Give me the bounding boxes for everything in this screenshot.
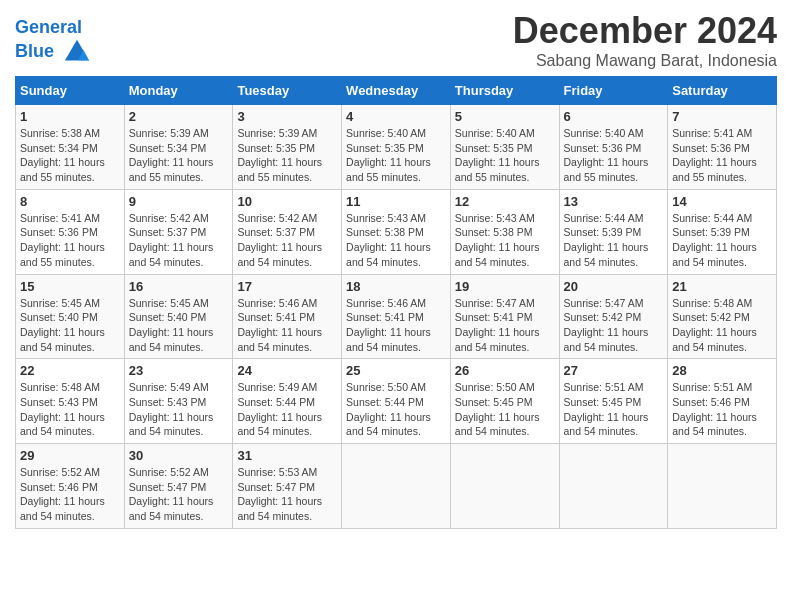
calendar-day-11: 11Sunrise: 5:43 AM Sunset: 5:38 PM Dayli… [342, 189, 451, 274]
day-number: 13 [564, 194, 664, 209]
weekday-header-tuesday: Tuesday [233, 77, 342, 105]
day-number: 6 [564, 109, 664, 124]
day-detail: Sunrise: 5:48 AM Sunset: 5:43 PM Dayligh… [20, 380, 120, 439]
day-detail: Sunrise: 5:51 AM Sunset: 5:45 PM Dayligh… [564, 380, 664, 439]
empty-cell [450, 444, 559, 529]
day-number: 27 [564, 363, 664, 378]
calendar-week-4: 22Sunrise: 5:48 AM Sunset: 5:43 PM Dayli… [16, 359, 777, 444]
day-detail: Sunrise: 5:38 AM Sunset: 5:34 PM Dayligh… [20, 126, 120, 185]
day-number: 5 [455, 109, 555, 124]
day-detail: Sunrise: 5:49 AM Sunset: 5:44 PM Dayligh… [237, 380, 337, 439]
calendar-header: General Blue December 2024 Sabang Mawang… [15, 10, 777, 70]
day-number: 9 [129, 194, 229, 209]
calendar-day-20: 20Sunrise: 5:47 AM Sunset: 5:42 PM Dayli… [559, 274, 668, 359]
day-number: 23 [129, 363, 229, 378]
day-detail: Sunrise: 5:46 AM Sunset: 5:41 PM Dayligh… [346, 296, 446, 355]
month-title: December 2024 [513, 10, 777, 52]
calendar-table: SundayMondayTuesdayWednesdayThursdayFrid… [15, 76, 777, 529]
calendar-day-16: 16Sunrise: 5:45 AM Sunset: 5:40 PM Dayli… [124, 274, 233, 359]
calendar-day-8: 8Sunrise: 5:41 AM Sunset: 5:36 PM Daylig… [16, 189, 125, 274]
day-number: 20 [564, 279, 664, 294]
day-number: 11 [346, 194, 446, 209]
day-detail: Sunrise: 5:39 AM Sunset: 5:35 PM Dayligh… [237, 126, 337, 185]
calendar-day-25: 25Sunrise: 5:50 AM Sunset: 5:44 PM Dayli… [342, 359, 451, 444]
calendar-day-3: 3Sunrise: 5:39 AM Sunset: 5:35 PM Daylig… [233, 105, 342, 190]
calendar-day-6: 6Sunrise: 5:40 AM Sunset: 5:36 PM Daylig… [559, 105, 668, 190]
calendar-day-23: 23Sunrise: 5:49 AM Sunset: 5:43 PM Dayli… [124, 359, 233, 444]
calendar-day-24: 24Sunrise: 5:49 AM Sunset: 5:44 PM Dayli… [233, 359, 342, 444]
day-detail: Sunrise: 5:44 AM Sunset: 5:39 PM Dayligh… [564, 211, 664, 270]
calendar-day-19: 19Sunrise: 5:47 AM Sunset: 5:41 PM Dayli… [450, 274, 559, 359]
day-number: 3 [237, 109, 337, 124]
day-detail: Sunrise: 5:45 AM Sunset: 5:40 PM Dayligh… [129, 296, 229, 355]
day-detail: Sunrise: 5:49 AM Sunset: 5:43 PM Dayligh… [129, 380, 229, 439]
calendar-day-9: 9Sunrise: 5:42 AM Sunset: 5:37 PM Daylig… [124, 189, 233, 274]
empty-cell [342, 444, 451, 529]
calendar-day-5: 5Sunrise: 5:40 AM Sunset: 5:35 PM Daylig… [450, 105, 559, 190]
day-number: 26 [455, 363, 555, 378]
day-number: 10 [237, 194, 337, 209]
calendar-day-18: 18Sunrise: 5:46 AM Sunset: 5:41 PM Dayli… [342, 274, 451, 359]
calendar-week-1: 1Sunrise: 5:38 AM Sunset: 5:34 PM Daylig… [16, 105, 777, 190]
weekday-header-sunday: Sunday [16, 77, 125, 105]
empty-cell [668, 444, 777, 529]
calendar-day-15: 15Sunrise: 5:45 AM Sunset: 5:40 PM Dayli… [16, 274, 125, 359]
calendar-day-26: 26Sunrise: 5:50 AM Sunset: 5:45 PM Dayli… [450, 359, 559, 444]
weekday-header-thursday: Thursday [450, 77, 559, 105]
day-detail: Sunrise: 5:45 AM Sunset: 5:40 PM Dayligh… [20, 296, 120, 355]
day-detail: Sunrise: 5:40 AM Sunset: 5:36 PM Dayligh… [564, 126, 664, 185]
weekday-header-saturday: Saturday [668, 77, 777, 105]
day-detail: Sunrise: 5:52 AM Sunset: 5:47 PM Dayligh… [129, 465, 229, 524]
day-detail: Sunrise: 5:43 AM Sunset: 5:38 PM Dayligh… [346, 211, 446, 270]
day-number: 14 [672, 194, 772, 209]
day-number: 4 [346, 109, 446, 124]
calendar-day-10: 10Sunrise: 5:42 AM Sunset: 5:37 PM Dayli… [233, 189, 342, 274]
day-number: 18 [346, 279, 446, 294]
calendar-day-29: 29Sunrise: 5:52 AM Sunset: 5:46 PM Dayli… [16, 444, 125, 529]
calendar-day-30: 30Sunrise: 5:52 AM Sunset: 5:47 PM Dayli… [124, 444, 233, 529]
calendar-day-4: 4Sunrise: 5:40 AM Sunset: 5:35 PM Daylig… [342, 105, 451, 190]
calendar-day-17: 17Sunrise: 5:46 AM Sunset: 5:41 PM Dayli… [233, 274, 342, 359]
logo-text: General [15, 18, 91, 38]
day-detail: Sunrise: 5:51 AM Sunset: 5:46 PM Dayligh… [672, 380, 772, 439]
day-detail: Sunrise: 5:39 AM Sunset: 5:34 PM Dayligh… [129, 126, 229, 185]
day-detail: Sunrise: 5:47 AM Sunset: 5:42 PM Dayligh… [564, 296, 664, 355]
calendar-day-1: 1Sunrise: 5:38 AM Sunset: 5:34 PM Daylig… [16, 105, 125, 190]
empty-cell [559, 444, 668, 529]
day-detail: Sunrise: 5:41 AM Sunset: 5:36 PM Dayligh… [672, 126, 772, 185]
day-number: 28 [672, 363, 772, 378]
day-number: 19 [455, 279, 555, 294]
weekday-header-friday: Friday [559, 77, 668, 105]
day-detail: Sunrise: 5:52 AM Sunset: 5:46 PM Dayligh… [20, 465, 120, 524]
calendar-day-31: 31Sunrise: 5:53 AM Sunset: 5:47 PM Dayli… [233, 444, 342, 529]
calendar-day-12: 12Sunrise: 5:43 AM Sunset: 5:38 PM Dayli… [450, 189, 559, 274]
calendar-day-28: 28Sunrise: 5:51 AM Sunset: 5:46 PM Dayli… [668, 359, 777, 444]
day-detail: Sunrise: 5:41 AM Sunset: 5:36 PM Dayligh… [20, 211, 120, 270]
day-number: 12 [455, 194, 555, 209]
day-number: 8 [20, 194, 120, 209]
day-detail: Sunrise: 5:42 AM Sunset: 5:37 PM Dayligh… [129, 211, 229, 270]
day-detail: Sunrise: 5:50 AM Sunset: 5:45 PM Dayligh… [455, 380, 555, 439]
day-number: 15 [20, 279, 120, 294]
calendar-day-27: 27Sunrise: 5:51 AM Sunset: 5:45 PM Dayli… [559, 359, 668, 444]
day-detail: Sunrise: 5:53 AM Sunset: 5:47 PM Dayligh… [237, 465, 337, 524]
calendar-day-13: 13Sunrise: 5:44 AM Sunset: 5:39 PM Dayli… [559, 189, 668, 274]
day-number: 31 [237, 448, 337, 463]
day-number: 30 [129, 448, 229, 463]
logo: General Blue [15, 18, 91, 66]
day-detail: Sunrise: 5:40 AM Sunset: 5:35 PM Dayligh… [346, 126, 446, 185]
day-detail: Sunrise: 5:44 AM Sunset: 5:39 PM Dayligh… [672, 211, 772, 270]
day-number: 21 [672, 279, 772, 294]
calendar-week-2: 8Sunrise: 5:41 AM Sunset: 5:36 PM Daylig… [16, 189, 777, 274]
day-detail: Sunrise: 5:48 AM Sunset: 5:42 PM Dayligh… [672, 296, 772, 355]
calendar-week-5: 29Sunrise: 5:52 AM Sunset: 5:46 PM Dayli… [16, 444, 777, 529]
day-detail: Sunrise: 5:50 AM Sunset: 5:44 PM Dayligh… [346, 380, 446, 439]
day-number: 25 [346, 363, 446, 378]
day-number: 24 [237, 363, 337, 378]
day-number: 2 [129, 109, 229, 124]
location-subtitle: Sabang Mawang Barat, Indonesia [513, 52, 777, 70]
calendar-day-21: 21Sunrise: 5:48 AM Sunset: 5:42 PM Dayli… [668, 274, 777, 359]
calendar-week-3: 15Sunrise: 5:45 AM Sunset: 5:40 PM Dayli… [16, 274, 777, 359]
day-detail: Sunrise: 5:42 AM Sunset: 5:37 PM Dayligh… [237, 211, 337, 270]
day-number: 1 [20, 109, 120, 124]
